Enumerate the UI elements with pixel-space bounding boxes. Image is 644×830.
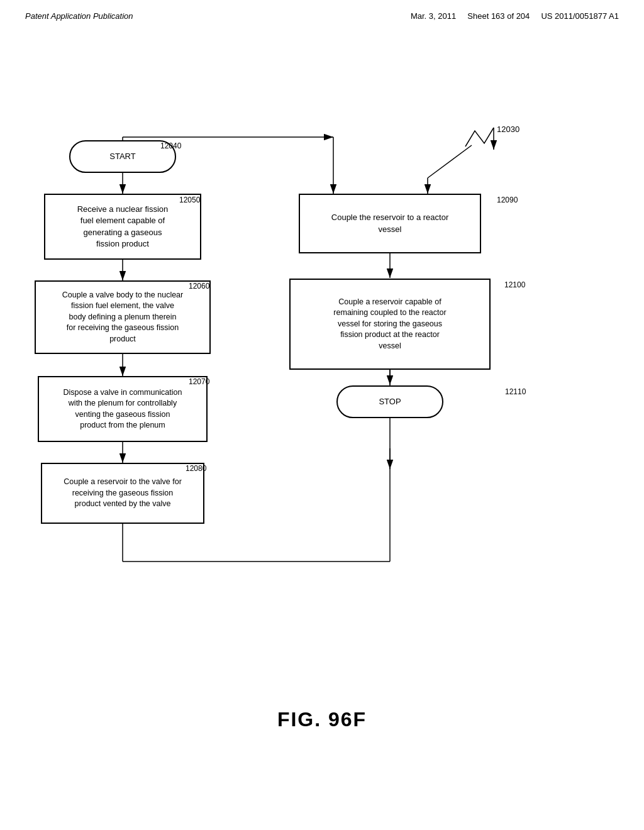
label-12030: 12030 [497, 124, 519, 134]
box-12080: Couple a reservoir to the valve for rece… [41, 463, 204, 524]
arrow-100-110 [387, 369, 399, 388]
header-date: Mar. 3, 2011 Sheet 163 of 204 US 2011/00… [411, 11, 619, 21]
label-12050: 12050 [179, 196, 200, 204]
diagram-area: START 12040 Receive a nuclear fission fu… [0, 33, 644, 763]
box-12070: Dispose a valve in communication with th… [38, 376, 208, 442]
label-12110: 12110 [505, 387, 526, 396]
stop-box: STOP [336, 385, 443, 418]
header-publication: Patent Application Publication [25, 11, 133, 21]
zigzag-symbol [459, 121, 497, 153]
box-12090: Couple the reservoir to a reactor vessel [299, 194, 481, 253]
box-12100: Couple a reservoir capable of remaining … [289, 279, 491, 370]
label-12070: 12070 [189, 377, 209, 386]
box-12050: Receive a nuclear fission fuel element c… [44, 194, 201, 260]
label-12090: 12090 [497, 196, 518, 204]
label-12040: 12040 [160, 141, 181, 150]
label-12060: 12060 [189, 282, 209, 290]
page-header: Patent Application Publication Mar. 3, 2… [0, 0, 644, 21]
box-12060: Couple a valve body to the nuclear fissi… [35, 280, 211, 354]
label-12080: 12080 [186, 464, 206, 473]
label-12100: 12100 [504, 280, 525, 289]
figure-caption: FIG. 96F [0, 708, 644, 731]
arrow-90-100 [387, 253, 399, 281]
